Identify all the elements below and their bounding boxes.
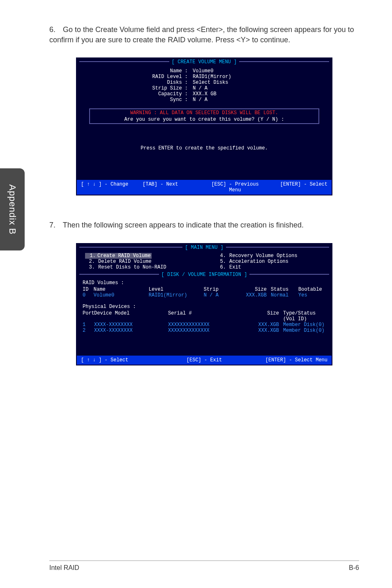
ph-size-0: XXX.XGB bbox=[242, 322, 283, 328]
ph-model-0: XXXX-XXXXXXXX bbox=[94, 322, 168, 328]
phys-table-head: Port Device Model Serial # Size Type/Sta… bbox=[83, 310, 326, 322]
ph-port-h: Port bbox=[83, 310, 94, 322]
bios1-warning-white: Are you sure you want to create this vol… bbox=[92, 116, 316, 122]
h-id: ID bbox=[83, 287, 94, 292]
r-level: RAID1(Mirror) bbox=[149, 292, 204, 298]
raid-volumes-section: RAID Volumes : ID Name Level Strip Size … bbox=[77, 278, 332, 304]
h-level: Level bbox=[149, 287, 204, 292]
r-name: Volume0 bbox=[94, 292, 149, 298]
r-size: XXX.XGB bbox=[231, 292, 271, 298]
side-tab: Appendix B bbox=[0, 168, 25, 250]
ph-model-1: XXXX-XXXXXXXX bbox=[94, 328, 168, 333]
menu-4-label: Recovery Volume Options bbox=[229, 253, 297, 259]
r-id: 0 bbox=[83, 292, 94, 298]
h-size: Size bbox=[231, 287, 271, 292]
phys-table-row: 1 XXXX-XXXXXXXX XXXXXXXXXXXXXX XXX.XGB M… bbox=[83, 322, 326, 328]
bios1-foot-change: [ ↑ ↓ ] - Change bbox=[81, 181, 143, 193]
v-name: Volume0 bbox=[193, 68, 213, 74]
bios1-warning-red: WARNING : ALL DATA ON SELECTED DISKS WIL… bbox=[92, 110, 316, 116]
menu-6-label: Exit bbox=[229, 264, 241, 270]
page-footer: Intel RAID B-6 bbox=[49, 560, 359, 572]
h-status: Status bbox=[271, 287, 298, 292]
ph-size-h: Size bbox=[242, 310, 283, 322]
para6-text: Go to the Create Volume field and press … bbox=[49, 25, 354, 44]
bios1-fields: Name :Volume0 RAID Level :RAID1(Mirror) … bbox=[77, 66, 332, 107]
k-name: Name : bbox=[77, 68, 193, 74]
k-disks: Disks : bbox=[77, 80, 193, 85]
footer-left: Intel RAID bbox=[49, 564, 79, 572]
menu-2-label: Delete RAID Volume bbox=[98, 259, 152, 264]
menu-1-num: 1. bbox=[85, 253, 97, 259]
ph-serial-1: XXXXXXXXXXXXXX bbox=[168, 328, 242, 333]
ph-type-h: Type/Status (Vol ID) bbox=[283, 310, 326, 322]
bios1-title: [ CREATE VOLUME MENU ] bbox=[77, 58, 332, 66]
paragraph-6: 6. Go to the Create Volume field and pre… bbox=[49, 25, 359, 45]
k-strip: Strip Size : bbox=[77, 85, 193, 91]
physical-devices-section: Physical Devices : Port Device Model Ser… bbox=[77, 304, 332, 356]
menu-2-num: 2. bbox=[85, 259, 98, 264]
ph-serial-h: Serial # bbox=[168, 310, 242, 322]
menu-4-num: 4. bbox=[216, 253, 229, 259]
para7-num: 7. bbox=[49, 220, 61, 230]
v-sync: N / A bbox=[193, 97, 208, 103]
bios2-foot-select: [ ↑ ↓ ] - Select bbox=[81, 357, 163, 363]
menu-3-num: 3. bbox=[85, 264, 98, 270]
bios1-foot-tab: [TAB] - Next bbox=[143, 181, 204, 193]
h-name: Name bbox=[94, 287, 149, 292]
menu-1-label: Create RAID Volume bbox=[97, 253, 152, 259]
v-disks: Select Disks bbox=[193, 80, 228, 85]
menu-5-label: Acceleration Options bbox=[229, 259, 288, 264]
raid-table-row: 0 Volume0 RAID1(Mirror) N / A XXX.XGB No… bbox=[83, 292, 326, 298]
raid-volumes-label: RAID Volumes : bbox=[83, 280, 326, 286]
bios1-instruction: Press ENTER to create the specified volu… bbox=[77, 125, 332, 180]
bios1-footer: [ ↑ ↓ ] - Change [TAB] - Next [ESC] - Pr… bbox=[77, 180, 332, 195]
bios1-foot-esc: [ESC] - Previous Menu bbox=[204, 181, 266, 193]
ph-type-0: Member Disk(0) bbox=[283, 322, 326, 328]
v-strip: N / A bbox=[193, 85, 208, 91]
ph-port-1: 2 bbox=[83, 328, 94, 333]
ph-serial-0: XXXXXXXXXXXXXX bbox=[168, 322, 242, 328]
ph-model-h: Device Model bbox=[94, 310, 168, 322]
para6-num: 6. bbox=[49, 25, 61, 35]
bios2-title-info-text: [ DISK / VOLUME INFORMATION ] bbox=[159, 272, 250, 278]
bios1-warning-box: WARNING : ALL DATA ON SELECTED DISKS WIL… bbox=[89, 108, 319, 124]
footer-right: B-6 bbox=[349, 564, 359, 572]
phys-label: Physical Devices : bbox=[83, 304, 326, 310]
r-strip: N / A bbox=[204, 292, 231, 298]
bios-main-menu-screen: [ MAIN MENU ] 1. Create RAID Volume 4. R… bbox=[76, 243, 332, 365]
bios1-foot-enter: [ENTER] - Select bbox=[266, 181, 327, 193]
ph-type-1: Member Disk(0) bbox=[283, 328, 326, 333]
h-boot: Bootable bbox=[298, 287, 326, 292]
r-status: Normal bbox=[271, 292, 298, 298]
v-raid: RAID1(Mirror) bbox=[193, 74, 231, 80]
menu-3-label: Reset Disks to Non-RAID bbox=[98, 264, 166, 270]
bios-create-volume-screen: [ CREATE VOLUME MENU ] Name :Volume0 RAI… bbox=[76, 57, 332, 195]
r-boot: Yes bbox=[298, 292, 326, 298]
ph-port-0: 1 bbox=[83, 322, 94, 328]
h-strip: Strip bbox=[204, 287, 231, 292]
bios2-menu: 1. Create RAID Volume 4. Recovery Volume… bbox=[77, 251, 332, 271]
v-cap: XXX.X GB bbox=[193, 91, 217, 97]
bios2-footer: [ ↑ ↓ ] - Select [ESC] - Exit [ENTER] - … bbox=[77, 356, 332, 365]
bios2-title-main-text: [ MAIN MENU ] bbox=[182, 245, 226, 250]
raid-table-head: ID Name Level Strip Size Status Bootable bbox=[83, 287, 326, 292]
k-raid: RAID Level : bbox=[77, 74, 193, 80]
bios1-title-text: [ CREATE VOLUME MENU ] bbox=[169, 59, 239, 65]
ph-size-1: XXX.XGB bbox=[242, 328, 283, 333]
menu-5-num: 5. bbox=[216, 259, 229, 264]
para7-text: Then the following screen appears to ind… bbox=[63, 221, 304, 229]
bios2-foot-enter: [ENTER] - Select Menu bbox=[245, 357, 327, 363]
bios2-title-main: [ MAIN MENU ] bbox=[77, 244, 332, 251]
bios2-foot-esc: [ESC] - Exit bbox=[163, 357, 245, 363]
bios2-title-info: [ DISK / VOLUME INFORMATION ] bbox=[77, 271, 332, 278]
k-sync: Sync : bbox=[77, 97, 193, 103]
phys-table-row: 2 XXXX-XXXXXXXX XXXXXXXXXXXXXX XXX.XGB M… bbox=[83, 328, 326, 333]
side-tab-label: Appendix B bbox=[7, 184, 18, 235]
k-cap: Capacity : bbox=[77, 91, 193, 97]
paragraph-7: 7. Then the following screen appears to … bbox=[49, 220, 359, 230]
menu-6-num: 6. bbox=[216, 264, 229, 270]
